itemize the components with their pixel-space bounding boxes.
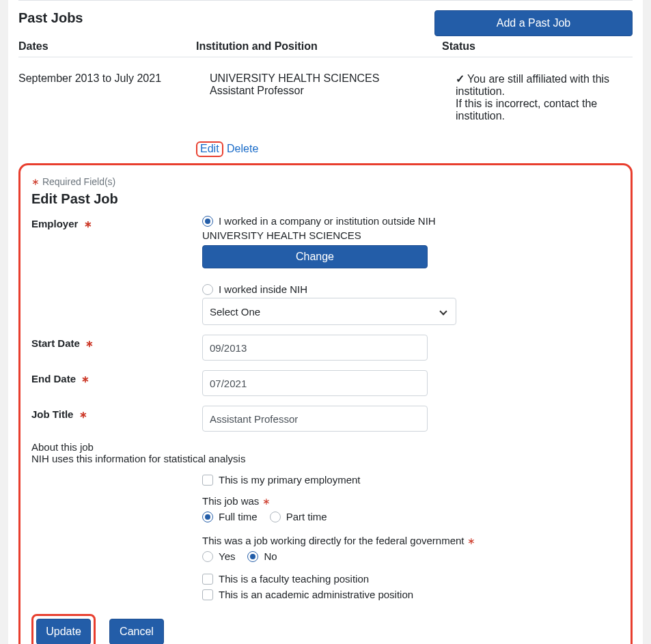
- label-start-date: Start Date ∗: [31, 335, 202, 349]
- end-date-input[interactable]: [202, 370, 428, 396]
- full-time-option[interactable]: Full time: [202, 511, 258, 522]
- delete-link[interactable]: Delete: [227, 143, 258, 154]
- col-header-status: Status: [442, 40, 633, 53]
- section-title: Past Jobs: [18, 10, 434, 26]
- job-status-line1: ✓You are still affiliated with this inst…: [456, 72, 633, 98]
- admin-option[interactable]: This is an academic administrative posit…: [202, 589, 620, 600]
- nih-select[interactable]: Select One: [202, 298, 456, 325]
- update-button[interactable]: Update: [36, 619, 91, 644]
- edit-past-job-form: ∗ Required Field(s) Edit Past Job Employ…: [18, 163, 633, 644]
- about-heading: About this job: [31, 441, 620, 453]
- federal-yes-radio[interactable]: [202, 551, 213, 562]
- check-icon: ✓: [456, 72, 465, 85]
- job-title-input[interactable]: [202, 406, 428, 432]
- required-fields-note: ∗ Required Field(s): [31, 176, 620, 187]
- part-time-option[interactable]: Part time: [270, 511, 327, 522]
- employer-name: UNIVERSITY HEALTH SCIENCES: [202, 229, 620, 241]
- job-institution: UNIVERSITY HEALTH SCIENCES: [210, 72, 456, 85]
- employer-inside-radio[interactable]: [202, 284, 213, 295]
- cancel-button[interactable]: Cancel: [109, 619, 164, 644]
- primary-employment-checkbox[interactable]: [202, 475, 213, 486]
- update-button-highlight: Update: [31, 614, 96, 644]
- job-dates: September 2013 to July 2021: [18, 72, 196, 122]
- full-time-radio[interactable]: [202, 512, 213, 522]
- employer-inside-option[interactable]: I worked inside NIH: [202, 283, 620, 295]
- job-position: Assistant Professor: [210, 85, 456, 97]
- label-end-date: End Date ∗: [31, 370, 202, 384]
- federal-no-option[interactable]: No: [247, 550, 277, 562]
- col-header-institution: Institution and Position: [196, 40, 442, 53]
- edit-link[interactable]: Edit: [196, 141, 223, 157]
- employer-outside-radio[interactable]: [202, 216, 213, 227]
- col-header-dates: Dates: [18, 40, 196, 53]
- label-employer: Employer ∗: [31, 215, 202, 229]
- part-time-radio[interactable]: [270, 512, 281, 522]
- label-job-title: Job Title ∗: [31, 406, 202, 420]
- federal-label: This was a job working directly for the …: [202, 535, 620, 546]
- job-status-line2: If this is incorrect, contact the instit…: [456, 98, 633, 122]
- job-was-label: This job was ∗: [202, 495, 620, 507]
- about-subtext: NIH uses this information for statistica…: [31, 453, 620, 464]
- faculty-option[interactable]: This is a faculty teaching position: [202, 573, 620, 585]
- federal-no-radio[interactable]: [247, 551, 258, 562]
- admin-checkbox[interactable]: [202, 589, 213, 600]
- form-title: Edit Past Job: [31, 191, 620, 207]
- federal-yes-option[interactable]: Yes: [202, 550, 235, 562]
- primary-employment-option[interactable]: This is my primary employment: [202, 474, 620, 486]
- add-past-job-button[interactable]: Add a Past Job: [434, 10, 633, 36]
- employer-outside-option[interactable]: I worked in a company or institution out…: [202, 215, 620, 227]
- faculty-checkbox[interactable]: [202, 574, 213, 585]
- start-date-input[interactable]: [202, 335, 428, 361]
- nih-select-value: Select One: [210, 306, 260, 318]
- change-employer-button[interactable]: Change: [202, 245, 428, 268]
